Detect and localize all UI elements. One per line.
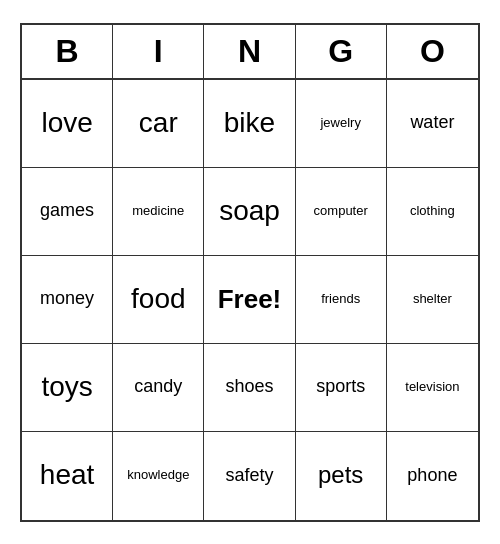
header-cell: N xyxy=(204,25,295,78)
cell-text: car xyxy=(139,108,178,139)
grid-cell-r0-c4: water xyxy=(387,80,478,168)
grid-cell-r2-c3: friends xyxy=(296,256,387,344)
cell-text: jewelry xyxy=(320,116,360,130)
header-cell: G xyxy=(296,25,387,78)
cell-text: safety xyxy=(225,466,273,486)
bingo-header: BINGO xyxy=(22,25,478,80)
grid-cell-r1-c4: clothing xyxy=(387,168,478,256)
grid-cell-r3-c0: toys xyxy=(22,344,113,432)
header-cell: I xyxy=(113,25,204,78)
grid-cell-r3-c3: sports xyxy=(296,344,387,432)
cell-text: candy xyxy=(134,377,182,397)
cell-text: soap xyxy=(219,196,280,227)
grid-cell-r2-c2: Free! xyxy=(204,256,295,344)
cell-text: toys xyxy=(41,372,92,403)
cell-text: games xyxy=(40,201,94,221)
cell-text: heat xyxy=(40,460,95,491)
grid-cell-r1-c3: computer xyxy=(296,168,387,256)
cell-text: love xyxy=(41,108,92,139)
grid-cell-r1-c1: medicine xyxy=(113,168,204,256)
grid-cell-r1-c2: soap xyxy=(204,168,295,256)
cell-text: pets xyxy=(318,462,363,488)
cell-text: Free! xyxy=(218,285,282,314)
cell-text: clothing xyxy=(410,204,455,218)
cell-text: knowledge xyxy=(127,468,189,482)
grid-cell-r0-c2: bike xyxy=(204,80,295,168)
grid-cell-r3-c4: television xyxy=(387,344,478,432)
grid-cell-r2-c4: shelter xyxy=(387,256,478,344)
cell-text: computer xyxy=(314,204,368,218)
grid-cell-r4-c2: safety xyxy=(204,432,295,520)
cell-text: television xyxy=(405,380,459,394)
bingo-card: BINGO lovecarbikejewelrywatergamesmedici… xyxy=(20,23,480,522)
cell-text: food xyxy=(131,284,186,315)
grid-cell-r4-c0: heat xyxy=(22,432,113,520)
grid-cell-r3-c2: shoes xyxy=(204,344,295,432)
header-cell: O xyxy=(387,25,478,78)
grid-cell-r0-c3: jewelry xyxy=(296,80,387,168)
grid-cell-r4-c1: knowledge xyxy=(113,432,204,520)
header-cell: B xyxy=(22,25,113,78)
grid-cell-r0-c0: love xyxy=(22,80,113,168)
cell-text: money xyxy=(40,289,94,309)
grid-cell-r4-c4: phone xyxy=(387,432,478,520)
grid-cell-r4-c3: pets xyxy=(296,432,387,520)
cell-text: shelter xyxy=(413,292,452,306)
cell-text: medicine xyxy=(132,204,184,218)
grid-cell-r2-c0: money xyxy=(22,256,113,344)
cell-text: sports xyxy=(316,377,365,397)
cell-text: bike xyxy=(224,108,275,139)
grid-cell-r1-c0: games xyxy=(22,168,113,256)
cell-text: friends xyxy=(321,292,360,306)
bingo-grid: lovecarbikejewelrywatergamesmedicinesoap… xyxy=(22,80,478,520)
cell-text: water xyxy=(410,113,454,133)
grid-cell-r0-c1: car xyxy=(113,80,204,168)
cell-text: phone xyxy=(407,466,457,486)
grid-cell-r3-c1: candy xyxy=(113,344,204,432)
cell-text: shoes xyxy=(225,377,273,397)
grid-cell-r2-c1: food xyxy=(113,256,204,344)
